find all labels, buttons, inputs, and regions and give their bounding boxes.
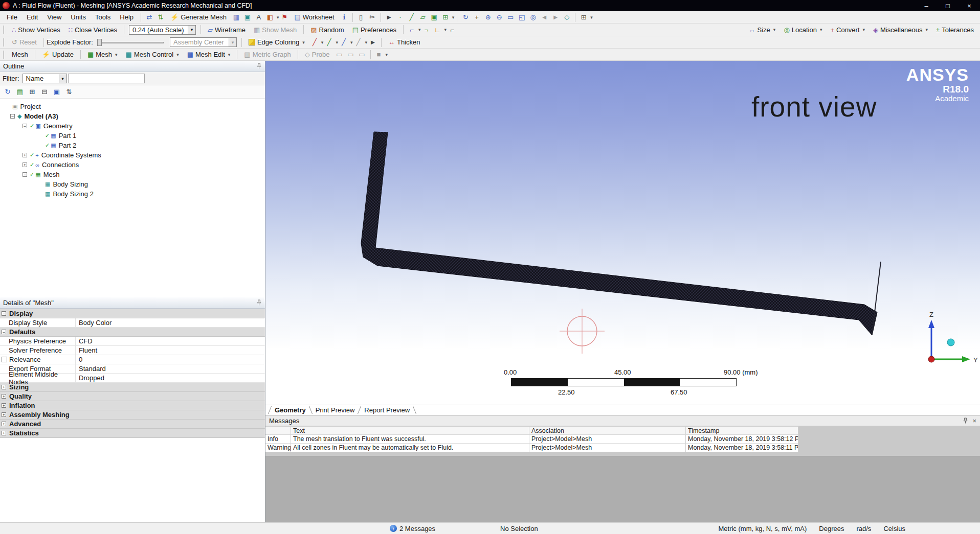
magnifier-icon[interactable]: ◎ xyxy=(528,12,538,22)
toolbar-grip[interactable] xyxy=(3,38,5,47)
triad-origin-ball[interactable] xyxy=(928,356,934,362)
show-hidden-icon[interactable]: ▣ xyxy=(52,87,62,97)
expand-box-icon[interactable]: + xyxy=(2,412,6,417)
collapse-box-icon[interactable]: − xyxy=(23,172,27,177)
pin-icon[interactable] xyxy=(963,417,968,424)
metric-graph-button[interactable]: ▥ Metric Graph xyxy=(240,50,294,59)
probe-max-icon[interactable]: ▭ xyxy=(335,50,345,60)
triad-x-ball[interactable] xyxy=(947,339,954,346)
previous-view-icon[interactable]: ◄ xyxy=(539,12,549,22)
detail-value[interactable]: Body Color xyxy=(76,319,265,327)
collapse-box-icon[interactable]: − xyxy=(2,311,6,316)
tag-icon[interactable]: ⚑ xyxy=(279,12,289,22)
column-header-type[interactable] xyxy=(265,426,291,435)
chevron-down-icon[interactable]: ▾ xyxy=(590,15,593,20)
zoom-box-icon[interactable]: ▭ xyxy=(505,12,516,22)
next-view-icon[interactable]: ► xyxy=(550,12,561,22)
preferences-button[interactable]: ▤ Preferences xyxy=(349,25,400,35)
chevron-down-icon[interactable]: ▾ xyxy=(444,27,447,32)
edge-direction-icon[interactable]: ╱ xyxy=(339,37,349,48)
face-select-icon[interactable]: ▱ xyxy=(418,12,428,22)
tree-item-body-sizing-2[interactable]: ▦ Body Sizing 2 xyxy=(0,189,265,199)
probe-button[interactable]: ◇ Probe xyxy=(301,50,333,59)
edge-direction-icon[interactable]: ╱ xyxy=(353,37,363,48)
size-menu-button[interactable]: ↔ Size ▾ xyxy=(745,25,779,35)
probe-min-icon[interactable]: ▭ xyxy=(346,50,356,60)
mesh-metric-icon[interactable]: ▦ xyxy=(231,12,241,22)
column-header-timestamp[interactable]: Timestamp xyxy=(686,426,798,435)
edge-display-icon[interactable]: ⌐ xyxy=(407,25,417,35)
sort-tree-icon[interactable]: ⇅ xyxy=(64,87,74,97)
tab-print-preview[interactable]: Print Preview xyxy=(311,406,360,414)
mesh-control-menu-button[interactable]: ▦ Mesh Control ▾ xyxy=(122,50,183,59)
details-category-inflation[interactable]: + Inflation xyxy=(0,401,265,410)
view-options-icon[interactable]: ■ xyxy=(374,50,384,60)
details-category-display[interactable]: − Display xyxy=(0,309,265,318)
details-category-statistics[interactable]: + Statistics xyxy=(0,429,265,438)
expand-box-icon[interactable]: + xyxy=(2,403,6,408)
copy-icon[interactable]: ▯ xyxy=(356,12,366,22)
edge-select-icon[interactable]: ╱ xyxy=(407,12,417,22)
details-category-defaults[interactable]: − Defaults xyxy=(0,328,265,337)
tree-item-connections[interactable]: + ✓ ∞ Connections xyxy=(0,160,265,170)
tree-item-model[interactable]: − ◆ Model (A3) xyxy=(0,111,265,121)
mesh-context-label-button[interactable]: Mesh xyxy=(8,50,32,59)
graphics-viewport[interactable]: Z Y ANSYS R18.0 Academic front view 0.00… xyxy=(265,61,980,405)
chevron-down-icon[interactable]: ▾ xyxy=(365,40,367,45)
details-category-assembly-meshing[interactable]: + Assembly Meshing xyxy=(0,410,265,420)
probe-label-icon[interactable]: ▭ xyxy=(357,50,367,60)
edge-connection-icon[interactable]: ∟ xyxy=(433,25,443,35)
worksheet-button[interactable]: ▤ Worksheet xyxy=(291,12,338,22)
close-messages-icon[interactable]: × xyxy=(972,417,976,425)
tree-item-part-2[interactable]: ✓ ▦ Part 2 xyxy=(0,141,265,150)
show-mesh-button[interactable]: ▦ Show Mesh xyxy=(250,25,300,35)
show-vertices-button[interactable]: ∴ Show Vertices xyxy=(8,25,64,35)
tab-report-preview[interactable]: Report Preview xyxy=(360,406,414,414)
status-messages-button[interactable]: i 2 Messages xyxy=(390,523,435,534)
extend-selection-icon[interactable]: ⊞ xyxy=(440,12,451,22)
generate-mesh-button[interactable]: ⚡ Generate Mesh xyxy=(167,12,230,22)
expand-box-icon[interactable]: + xyxy=(23,153,27,157)
tree-item-body-sizing[interactable]: ▦ Body Sizing xyxy=(0,179,265,189)
chevron-down-icon[interactable]: ▾ xyxy=(59,74,66,83)
miscellaneous-menu-button[interactable]: ◈ Miscellaneous ▾ xyxy=(870,25,931,35)
location-menu-button[interactable]: ◎ Location ▾ xyxy=(780,25,826,35)
column-header-association[interactable]: Association xyxy=(529,426,686,435)
maximize-button[interactable]: □ xyxy=(937,0,959,11)
tolerances-button[interactable]: ± Tolerances xyxy=(932,25,977,35)
filter-search-input[interactable] xyxy=(68,74,145,83)
chevron-down-icon[interactable]: ▾ xyxy=(321,40,324,45)
expand-box-icon[interactable]: + xyxy=(2,385,6,389)
detail-value[interactable]: Fluent xyxy=(76,346,265,354)
expand-all-icon[interactable]: ⊞ xyxy=(27,87,37,97)
tree-item-geometry[interactable]: − ✓ ▣ Geometry xyxy=(0,121,265,131)
collapse-box-icon[interactable]: − xyxy=(2,330,6,334)
edge-coloring-menu-button[interactable]: Edge Coloring ▾ xyxy=(245,37,308,47)
chevron-down-icon[interactable]: ▾ xyxy=(386,52,388,57)
rotate-icon[interactable]: ↻ xyxy=(460,12,471,22)
tree-item-mesh[interactable]: − ✓ ▦ Mesh xyxy=(0,170,265,179)
meshed-body[interactable] xyxy=(361,132,877,335)
iso-view-icon[interactable]: ◇ xyxy=(562,12,572,22)
body-select-icon[interactable]: ▣ xyxy=(429,12,439,22)
palette-icon[interactable]: ◧ xyxy=(265,12,275,22)
column-header-text[interactable]: Text xyxy=(291,426,529,435)
scale-combo[interactable]: 0.24 (Auto Scale) ▾ xyxy=(129,25,196,35)
cut-icon[interactable]: ✂ xyxy=(367,12,377,22)
toolbar-grip[interactable] xyxy=(3,26,5,34)
edge-joint-icon[interactable]: ¬ xyxy=(421,25,432,35)
close-vertices-button[interactable]: ∷ Close Vertices xyxy=(65,25,121,35)
sync-lr-icon[interactable]: ⇄ xyxy=(144,12,154,22)
chevron-down-icon[interactable]: ▾ xyxy=(452,15,455,20)
pin-icon[interactable] xyxy=(256,63,262,69)
checkbox-icon[interactable] xyxy=(2,357,7,362)
convert-menu-button[interactable]: + Convert ▾ xyxy=(827,25,868,35)
collapse-box-icon[interactable]: − xyxy=(23,124,27,128)
message-row-warning[interactable]: Warning All cell zones in Fluent may be … xyxy=(265,444,798,452)
info-icon[interactable]: ℹ xyxy=(339,12,349,22)
details-category-advanced[interactable]: + Advanced xyxy=(0,420,265,429)
menu-units[interactable]: Units xyxy=(66,12,91,22)
expand-box-icon[interactable]: + xyxy=(2,431,6,435)
slider-thumb[interactable] xyxy=(97,39,102,46)
edge-needle[interactable] xyxy=(872,262,881,334)
